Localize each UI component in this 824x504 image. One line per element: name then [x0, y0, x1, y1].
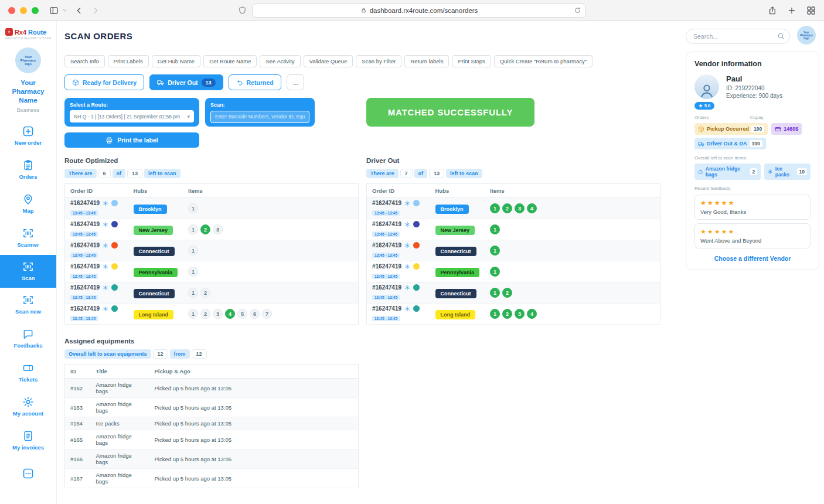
- item-circle[interactable]: 3: [213, 309, 223, 319]
- scan-section-route-optimized: Route OptimizedThere are6of13left to sca…: [64, 157, 359, 325]
- equipment-row[interactable]: #164Ice packsPicked up 5 hours ago at 13…: [65, 417, 359, 430]
- equipment-pickup: Picked up 5 hours ago at 13:05: [149, 449, 359, 469]
- reload-icon[interactable]: [574, 6, 581, 14]
- sidebar-item-map[interactable]: Map: [0, 187, 56, 221]
- choose-vendor-link[interactable]: Choose a different Vendor: [694, 255, 811, 262]
- filter-item-button[interactable]: ...: [287, 74, 305, 90]
- equipment-row[interactable]: #166Amazon fridge bagsPicked up 5 hours …: [65, 449, 359, 469]
- chevron-down-icon[interactable]: [62, 8, 67, 13]
- sidebar-item-feedbacks[interactable]: Feedbacks: [0, 322, 56, 356]
- snowflake-icon: [404, 306, 410, 312]
- order-row[interactable]: #1624741913:45 - 13:45Pennsylvania1: [65, 261, 359, 282]
- toolbar-see-activity-button[interactable]: See Activity: [260, 55, 300, 67]
- filter-ready-for-delivery-button[interactable]: Ready for Delivery: [64, 74, 144, 90]
- order-row[interactable]: #1624741913:45 - 13:45Connecticut1: [65, 240, 359, 261]
- close-window-button[interactable]: [8, 7, 15, 14]
- scan-status: There are7of13left to scan: [366, 169, 660, 178]
- equipment-row[interactable]: #165Amazon fridge bagsPicked up 5 hours …: [65, 430, 359, 449]
- item-circle[interactable]: 1: [188, 288, 198, 298]
- tab-overview-icon[interactable]: [806, 6, 816, 15]
- item-circle[interactable]: 2: [200, 309, 210, 319]
- equipment-row[interactable]: #162Amazon fridge bagsPicked up 5 hours …: [65, 379, 359, 398]
- sidebar-item-my-account[interactable]: My account: [0, 390, 56, 424]
- toolbar-print-stops-button[interactable]: Print Stops: [452, 55, 491, 67]
- sidebar-item-orders[interactable]: Orders: [0, 153, 56, 187]
- item-circle[interactable]: 2: [502, 309, 512, 319]
- sidebar-item-scan[interactable]: Scan: [0, 255, 56, 288]
- order-row[interactable]: #1624741913:45 - 13:45Brooklyn1: [65, 198, 359, 219]
- order-row[interactable]: #1624741913:45 - 13:45Long Island1234: [367, 304, 660, 325]
- filter-returned-button[interactable]: Returned: [229, 74, 281, 90]
- privacy-shield-icon[interactable]: [238, 6, 247, 15]
- item-circle[interactable]: 4: [225, 309, 235, 319]
- equipment-status: Overall left to scan equipments 12 from …: [64, 349, 359, 359]
- item-circle[interactable]: 4: [527, 309, 537, 319]
- scan-input[interactable]: [210, 111, 309, 123]
- sidebar-item-my-invoices[interactable]: My invoices: [0, 424, 56, 458]
- sidebar-item-scan-new[interactable]: Scan new: [0, 288, 56, 322]
- zoom-window-button[interactable]: [32, 7, 39, 14]
- item-circle[interactable]: 1: [188, 246, 198, 256]
- order-row[interactable]: #1624741913:45 - 13:45Long Island1234567: [65, 304, 359, 325]
- equipment-row[interactable]: #163Amazon fridge bagsPicked up 5 hours …: [65, 398, 359, 417]
- item-circle[interactable]: 5: [237, 309, 247, 319]
- minimize-window-button[interactable]: [20, 7, 27, 14]
- item-circle[interactable]: 2: [502, 203, 512, 213]
- order-row[interactable]: #1624741913:45 - 13:45Connecticut12: [65, 282, 359, 304]
- route-select[interactable]: NH Q - 1 | [13 Orders] | 21 September 01…: [70, 110, 194, 122]
- toolbar-get-hub-name-button[interactable]: Get Hub Name: [152, 55, 200, 67]
- item-circle[interactable]: 1: [490, 203, 500, 213]
- share-icon[interactable]: [768, 6, 777, 15]
- status-chip: left to scan: [446, 169, 482, 178]
- toolbar-return-labels-button[interactable]: Return labels: [404, 55, 449, 67]
- item-circle[interactable]: 1: [188, 267, 198, 277]
- item-circle[interactable]: 1: [490, 288, 500, 298]
- item-circle[interactable]: 1: [490, 309, 500, 319]
- print-label-button[interactable]: Print the label: [64, 132, 199, 148]
- toolbar-get-route-name-button[interactable]: Get Route Name: [203, 55, 257, 67]
- order-row[interactable]: #1624741913:45 - 13:45Connecticut1: [367, 240, 660, 261]
- address-bar[interactable]: dashboard.rx4route.com/scanorders: [252, 4, 586, 18]
- vendor-logo-icon: [111, 284, 118, 291]
- item-circle[interactable]: 3: [515, 203, 525, 213]
- item-circle[interactable]: 1: [490, 246, 500, 256]
- item-circle[interactable]: 3: [515, 309, 525, 319]
- item-circle[interactable]: 2: [200, 288, 210, 298]
- item-circle[interactable]: 2: [200, 224, 210, 234]
- order-time-badge: 13:45 - 13:45: [372, 295, 400, 300]
- search-input[interactable]: [686, 29, 790, 44]
- order-row[interactable]: #1624741913:45 - 13:45New Jersey1: [367, 219, 660, 240]
- pharmacy-name: Your Pharmacy Name: [4, 79, 52, 105]
- filter-driver-out-button[interactable]: Driver Out13: [149, 74, 223, 90]
- order-row[interactable]: #1624741913:45 - 13:45Pennsylvania1: [367, 261, 660, 282]
- toolbar-print-labels-button[interactable]: Print Labels: [108, 55, 149, 67]
- more-icon: [22, 468, 34, 479]
- item-circle[interactable]: 4: [527, 203, 537, 213]
- item-circle[interactable]: 1: [490, 224, 500, 234]
- item-circle[interactable]: 6: [250, 309, 260, 319]
- order-row[interactable]: #1624741913:45 - 13:45Connecticut12: [367, 282, 660, 304]
- toolbar-validate-queue-button[interactable]: Validate Queue: [304, 55, 353, 67]
- toolbar-search-info-button[interactable]: Search Info: [64, 55, 105, 67]
- sidebar-item-more[interactable]: [0, 458, 56, 492]
- item-circle[interactable]: 1: [490, 267, 500, 277]
- back-button[interactable]: [74, 6, 84, 15]
- item-circle[interactable]: 2: [502, 288, 512, 298]
- sidebar-item-scanner[interactable]: Scanner: [0, 221, 56, 255]
- order-row[interactable]: #1624741913:45 - 13:45New Jersey123: [65, 219, 359, 240]
- item-circle[interactable]: 1: [188, 203, 198, 213]
- browser-sidebar-toggle-icon[interactable]: [49, 6, 59, 15]
- new-tab-icon[interactable]: [787, 6, 796, 15]
- order-row[interactable]: #1624741913:45 - 13:45Brooklyn1234: [367, 198, 660, 219]
- forward-button[interactable]: [91, 6, 100, 15]
- sidebar-item-tickets[interactable]: Tickets: [0, 356, 56, 390]
- item-circle[interactable]: 1: [188, 224, 198, 234]
- item-circle[interactable]: 1: [188, 309, 198, 319]
- toolbar-scan-by-filter-button[interactable]: Scan by Filter: [356, 55, 401, 67]
- equipment-row[interactable]: #167Amazon fridge bagsPicked up 5 hours …: [65, 469, 359, 488]
- sidebar-item-new-order[interactable]: New order: [0, 119, 56, 153]
- toolbar-quick-create-return-to-pharmacy-button[interactable]: Quick Create "Return to pharmacy": [494, 55, 593, 67]
- pharmacy-avatar[interactable]: Your Pharmacy logo: [797, 26, 816, 45]
- item-circle[interactable]: 3: [213, 224, 223, 234]
- item-circle[interactable]: 7: [262, 309, 272, 319]
